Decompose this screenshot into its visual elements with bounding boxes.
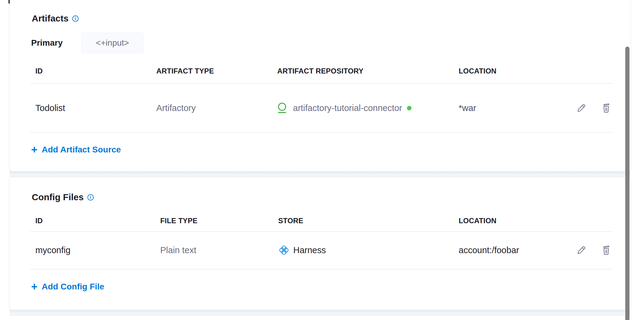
- pencil-icon: [576, 245, 587, 255]
- pencil-icon: [576, 103, 587, 113]
- header-file-type: FILE TYPE: [155, 216, 273, 225]
- artifacts-heading-row: Artifacts i: [32, 14, 79, 23]
- artifact-repository-cell: artifactory-tutorial-connector: [272, 103, 454, 113]
- header-artifact-type: ARTIFACT TYPE: [151, 67, 272, 76]
- artifacts-card: Artifacts i Primary <+input> ID ARTIFACT…: [10, 0, 630, 171]
- config-row-actions: [562, 245, 612, 256]
- artifacts-title: Artifacts: [32, 14, 69, 23]
- add-config-file-button[interactable]: + Add Config File: [31, 281, 104, 293]
- store-name: Harness: [293, 245, 326, 255]
- artifact-id-cell: Todolist: [35, 103, 65, 113]
- delete-config-button[interactable]: [601, 245, 612, 256]
- repository-name: artifactory-tutorial-connector: [293, 103, 402, 113]
- header-location: LOCATION: [454, 216, 562, 225]
- header-id: ID: [30, 67, 151, 76]
- artifact-location-cell: *war: [459, 103, 476, 113]
- add-artifact-source-button[interactable]: + Add Artifact Source: [31, 144, 121, 156]
- connector-status-dot: [407, 106, 411, 110]
- artifacts-table-header: ID ARTIFACT TYPE ARTIFACT REPOSITORY LOC…: [30, 67, 612, 76]
- config-id-cell: myconfig: [35, 245, 70, 255]
- info-icon[interactable]: i: [87, 194, 94, 201]
- config-store-cell: Harness: [273, 244, 454, 256]
- config-file-type-cell: Plain text: [160, 245, 196, 255]
- primary-input-chip[interactable]: <+input>: [81, 33, 143, 53]
- artifact-table-row: Todolist Artifactory artifactory-tutoria…: [30, 84, 612, 132]
- delete-artifact-button[interactable]: [601, 103, 612, 113]
- config-file-row: myconfig Plain text Harness account:/foo…: [30, 232, 612, 268]
- artifactory-connector-icon: [277, 103, 287, 113]
- trash-icon: [601, 103, 611, 113]
- config-files-title: Config Files: [32, 192, 84, 202]
- artifact-row-actions: [562, 103, 612, 113]
- plus-icon: +: [31, 144, 37, 155]
- config-location-cell: account:/foobar: [459, 245, 519, 255]
- header-artifact-repository: ARTIFACT REPOSITORY: [272, 67, 454, 76]
- divider: [30, 269, 612, 269]
- plus-icon: +: [31, 281, 37, 292]
- edit-artifact-button[interactable]: [576, 103, 587, 113]
- primary-artifact-row: Primary <+input>: [31, 33, 143, 53]
- trash-icon: [601, 245, 611, 256]
- config-files-card: Config Files i ID FILE TYPE STORE LOCATI…: [10, 177, 630, 310]
- config-table-header: ID FILE TYPE STORE LOCATION: [30, 216, 612, 225]
- vertical-scrollbar-thumb[interactable]: [625, 47, 629, 320]
- header-id: ID: [30, 216, 155, 225]
- primary-label: Primary: [31, 38, 63, 48]
- header-location: LOCATION: [454, 67, 562, 76]
- card-gap-band: [10, 171, 630, 177]
- config-files-heading-row: Config Files i: [32, 192, 94, 202]
- edit-config-button[interactable]: [576, 245, 587, 256]
- header-store: STORE: [273, 216, 454, 225]
- info-icon[interactable]: i: [72, 15, 79, 22]
- harness-logo-icon: [278, 244, 290, 256]
- divider: [30, 132, 612, 133]
- add-artifact-source-label: Add Artifact Source: [42, 145, 121, 155]
- add-config-file-label: Add Config File: [42, 282, 104, 292]
- artifact-type-cell: Artifactory: [156, 103, 196, 113]
- card-gap-band: [10, 310, 630, 316]
